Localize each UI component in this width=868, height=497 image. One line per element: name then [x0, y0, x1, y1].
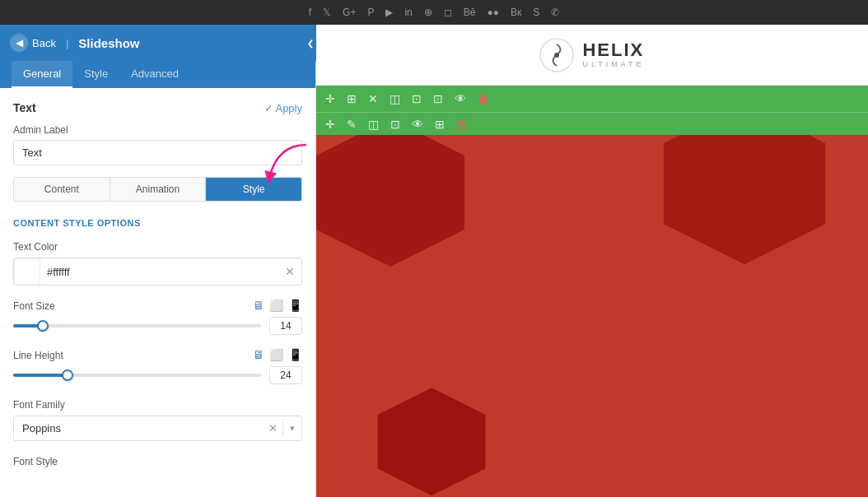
back-label: Back — [32, 37, 56, 49]
twitter-icon[interactable]: 𝕏 — [323, 7, 331, 18]
mobile-icon-lineheight[interactable]: 📱 — [288, 348, 302, 361]
tb2-move-icon[interactable]: ✛ — [321, 115, 339, 133]
google-plus-icon[interactable]: G+ — [343, 7, 356, 18]
font-family-field: Font Family Poppins ✕ ▾ — [13, 399, 302, 441]
tb-add-row-icon[interactable]: ⊡ — [408, 90, 426, 108]
tablet-icon-fontsize[interactable]: ⬜ — [269, 299, 283, 312]
line-height-field: Line Height 🖥 ⬜ 📱 — [13, 350, 302, 384]
admin-label-input[interactable] — [13, 140, 302, 165]
tab-general[interactable]: General — [12, 61, 72, 88]
line-height-track[interactable] — [13, 374, 261, 377]
sub-tab-style[interactable]: Style — [206, 178, 301, 201]
font-size-input[interactable] — [269, 317, 302, 335]
social-bar: f 𝕏 G+ P ▶ in ⊕ ◻ Bē ●● Вк S ✆ — [0, 0, 868, 25]
canvas-toolbar-1: ✛ ⊞ ✕ ◫ ⊡ ⊡ 👁 🗑 — [316, 86, 868, 112]
font-family-value: Poppins — [14, 416, 264, 440]
color-input-row: ✕ — [13, 258, 302, 286]
font-size-thumb[interactable] — [37, 320, 49, 332]
pinterest-icon[interactable]: P — [367, 7, 374, 18]
hex-bottom-left — [366, 382, 497, 497]
svg-marker-5 — [378, 388, 486, 495]
canvas-area — [316, 135, 868, 497]
tb-close-icon[interactable]: ✕ — [364, 90, 382, 108]
linkedin-icon[interactable]: in — [404, 7, 412, 18]
dribbble-icon[interactable]: ⊕ — [424, 7, 432, 18]
collapse-panel-button[interactable]: ❮ — [305, 25, 316, 61]
facebook-icon[interactable]: f — [309, 7, 311, 18]
canvas-toolbar-2: ✛ ✎ ◫ ⊡ 👁 ⊞ 🗑 — [316, 112, 868, 135]
font-family-select[interactable]: Poppins ✕ ▾ — [13, 416, 302, 441]
desktop-icon-fontsize[interactable]: 🖥 — [253, 299, 264, 312]
color-swatch[interactable] — [14, 258, 40, 285]
tb-move-icon[interactable]: ✛ — [321, 90, 339, 108]
tb2-show-icon[interactable]: 👁 — [408, 115, 427, 133]
font-style-field: Font Style — [13, 456, 302, 467]
color-hex-input[interactable] — [40, 266, 278, 278]
font-family-clear-button[interactable]: ✕ — [264, 422, 283, 434]
text-color-field: Text Color ✕ — [13, 241, 302, 286]
tb-add-col-icon[interactable]: ⊡ — [429, 90, 447, 108]
right-panel: HELIX ULTIMATE ✛ ⊞ ✕ ◫ ⊡ ⊡ 👁 🗑 ✛ ✎ ◫ ⊡ 👁… — [316, 25, 868, 497]
font-size-field: Font Size 🖥 ⬜ 📱 — [13, 300, 302, 335]
tb2-trash-icon[interactable]: 🗑 — [452, 115, 472, 133]
color-clear-button[interactable]: ✕ — [278, 265, 301, 278]
admin-label-label: Admin Label — [13, 124, 302, 136]
back-icon: ◀ — [10, 34, 28, 52]
whatsapp-icon[interactable]: ✆ — [551, 7, 559, 18]
line-height-slider-row — [13, 366, 302, 384]
svg-marker-3 — [316, 135, 464, 267]
vk-icon[interactable]: Вк — [511, 7, 521, 18]
instagram-icon[interactable]: ◻ — [444, 7, 452, 18]
font-family-label: Font Family — [13, 399, 302, 411]
section-title: Text — [13, 101, 36, 114]
helix-header: HELIX ULTIMATE — [316, 25, 868, 86]
behance-icon[interactable]: Bē — [464, 7, 476, 18]
line-height-label: Line Height — [13, 350, 63, 361]
tab-style[interactable]: Style — [72, 61, 119, 88]
tb2-duplicate-icon[interactable]: ⊡ — [386, 115, 404, 133]
hex-top-right — [646, 135, 843, 291]
tb2-copy-icon[interactable]: ◫ — [364, 115, 383, 133]
mobile-icon-fontsize[interactable]: 📱 — [288, 299, 302, 312]
helix-sub: ULTIMATE — [582, 61, 644, 69]
helix-circle-icon — [539, 38, 574, 72]
tb-show-icon[interactable]: 👁 — [450, 90, 470, 108]
tb-trash-icon[interactable]: 🗑 — [474, 90, 493, 108]
font-style-label: Font Style — [13, 456, 302, 467]
tb2-edit-icon[interactable]: ✎ — [343, 115, 361, 133]
tb2-add-icon[interactable]: ⊞ — [431, 115, 449, 133]
panel-title: Slideshow — [78, 36, 139, 50]
youtube-icon[interactable]: ▶ — [385, 7, 393, 18]
left-panel: ◀ Back | Slideshow ❮ General Style Advan… — [0, 25, 316, 497]
line-height-input[interactable] — [269, 366, 302, 384]
hex-top-left — [316, 135, 481, 291]
font-family-arrow-icon[interactable]: ▾ — [283, 423, 301, 434]
font-size-track[interactable] — [13, 324, 261, 327]
tb-copy-icon[interactable]: ⊞ — [343, 90, 361, 108]
text-color-label: Text Color — [13, 241, 302, 253]
line-height-thumb[interactable] — [62, 369, 73, 381]
flickr-icon[interactable]: ●● — [487, 7, 499, 18]
apply-button[interactable]: ✓ Apply — [264, 102, 302, 114]
responsive-icons-font-size: 🖥 ⬜ 📱 — [253, 299, 302, 312]
helix-text: HELIX ULTIMATE — [582, 40, 644, 68]
skype-icon[interactable]: S — [533, 7, 539, 18]
tb-duplicate-icon[interactable]: ◫ — [385, 90, 404, 108]
sub-tab-content[interactable]: Content — [14, 178, 110, 201]
sub-tab-animation[interactable]: Animation — [110, 178, 207, 201]
tab-advanced[interactable]: Advanced — [119, 61, 190, 88]
tablet-icon-lineheight[interactable]: ⬜ — [269, 348, 283, 361]
helix-name: HELIX — [582, 40, 644, 60]
helix-logo: HELIX ULTIMATE — [539, 38, 644, 72]
panel-content: Text ✓ Apply Admin Label — [0, 88, 315, 497]
tab-navigation: General Style Advanced — [0, 61, 315, 88]
back-button[interactable]: ◀ Back — [10, 34, 56, 52]
responsive-icons-line-height: 🖥 ⬜ 📱 — [253, 348, 302, 361]
desktop-icon-lineheight[interactable]: 🖥 — [253, 348, 264, 361]
panel-header: ◀ Back | Slideshow ❮ — [0, 25, 315, 61]
section-header: Text ✓ Apply — [13, 101, 302, 114]
svg-marker-4 — [664, 135, 825, 264]
content-style-options-heading: CONTENT STYLE OPTIONS — [13, 218, 302, 228]
admin-label-field: Admin Label — [13, 124, 302, 165]
font-size-label: Font Size — [13, 300, 55, 312]
